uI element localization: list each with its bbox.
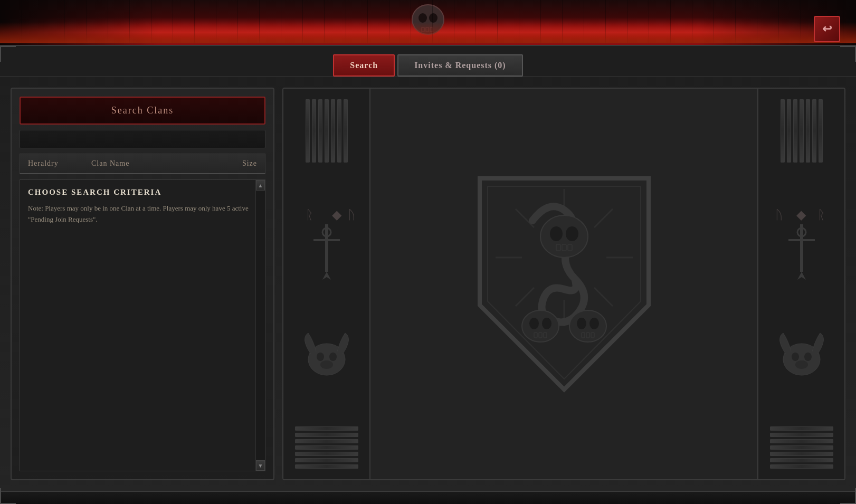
- shield-artwork: [453, 157, 675, 411]
- search-clans-input[interactable]: [20, 97, 265, 125]
- svg-rect-41: [586, 332, 589, 338]
- col-size-header: Size: [225, 159, 257, 168]
- back-button[interactable]: ↩: [814, 16, 840, 42]
- main-content: Search Invites & Requests (0) Heraldry C…: [0, 45, 856, 504]
- svg-point-52: [804, 353, 812, 361]
- filter-bar: [20, 130, 265, 148]
- svg-rect-42: [591, 332, 594, 338]
- top-deco-left: [0, 0, 158, 45]
- svg-point-53: [795, 360, 808, 369]
- svg-rect-28: [556, 244, 560, 251]
- right-panel: ᚱ ◆ ᚢ: [282, 88, 845, 480]
- back-arrow-icon: ↩: [822, 22, 832, 36]
- svg-text:◆: ◆: [332, 208, 342, 222]
- center-artwork: [370, 89, 757, 479]
- table-header: Heraldry Clan Name Size: [20, 154, 265, 174]
- svg-rect-3: [422, 27, 424, 32]
- svg-marker-48: [797, 272, 806, 280]
- svg-point-27: [566, 226, 578, 241]
- top-bar: [0, 0, 856, 45]
- artwork-container: ᚱ ◆ ᚢ: [283, 89, 844, 479]
- scrollbar: ▲ ▼: [255, 180, 265, 471]
- svg-rect-35: [539, 332, 542, 338]
- deco-runes-right: ᚢ ◆ ᚱ: [770, 203, 833, 282]
- svg-rect-5: [430, 27, 433, 32]
- scroll-down-arrow[interactable]: ▼: [256, 460, 265, 471]
- svg-rect-40: [582, 332, 585, 338]
- bottom-bar: [0, 491, 856, 504]
- svg-text:◆: ◆: [796, 208, 806, 222]
- svg-text:ᚱ: ᚱ: [817, 208, 825, 222]
- tab-bar: Search Invites & Requests (0): [0, 45, 856, 77]
- deco-goat-left: [295, 322, 358, 386]
- svg-point-33: [542, 318, 551, 329]
- svg-point-51: [792, 353, 799, 361]
- svg-text:ᚢ: ᚢ: [348, 208, 355, 222]
- results-inner[interactable]: CHOOSE SEARCH CRITERIA Note: Players may…: [20, 180, 265, 471]
- col-heraldry-header: Heraldry: [28, 159, 81, 168]
- deco-hlines-bottom-left: [295, 426, 358, 469]
- scroll-up-arrow[interactable]: ▲: [256, 180, 265, 191]
- svg-text:ᚱ: ᚱ: [306, 208, 313, 222]
- svg-text:ᚢ: ᚢ: [775, 208, 783, 222]
- deco-right-column: ᚢ ◆ ᚱ: [757, 89, 844, 479]
- svg-rect-29: [562, 244, 566, 251]
- deco-runes-left: ᚱ ◆ ᚢ: [295, 203, 358, 282]
- svg-point-2: [429, 13, 437, 23]
- col-clan-name-header: Clan Name: [91, 159, 215, 168]
- tab-search[interactable]: Search: [333, 54, 395, 77]
- svg-rect-4: [426, 27, 429, 32]
- search-input-container: [20, 97, 265, 125]
- svg-point-16: [320, 360, 333, 369]
- scroll-track: [256, 191, 265, 460]
- game-window: ↩ Search Invites & Requests (0) Heraldry: [0, 0, 856, 504]
- svg-rect-34: [534, 332, 537, 338]
- svg-rect-30: [568, 244, 572, 251]
- tab-invites[interactable]: Invites & Requests (0): [397, 54, 523, 77]
- criteria-note: Note: Players may only be in one Clan at…: [28, 203, 257, 225]
- svg-point-32: [529, 318, 539, 329]
- deco-goat-right: [770, 322, 833, 386]
- deco-hlines-bottom-right: [770, 426, 833, 469]
- skull-decoration: [396, 1, 460, 43]
- deco-vlines-top-left: [306, 99, 348, 163]
- left-panel: Heraldry Clan Name Size CHOOSE SEARCH CR…: [11, 88, 274, 480]
- svg-rect-36: [544, 332, 547, 338]
- svg-marker-11: [322, 272, 331, 280]
- choose-criteria-heading: CHOOSE SEARCH CRITERIA: [28, 188, 257, 197]
- svg-point-15: [329, 353, 337, 361]
- content-area: Heraldry Clan Name Size CHOOSE SEARCH CR…: [0, 77, 856, 491]
- svg-point-39: [589, 318, 599, 329]
- deco-vlines-top-right: [781, 99, 823, 163]
- deco-left-column: ᚱ ◆ ᚢ: [283, 89, 370, 479]
- svg-point-14: [317, 353, 324, 361]
- results-container: CHOOSE SEARCH CRITERIA Note: Players may…: [20, 179, 265, 471]
- svg-point-26: [550, 226, 563, 241]
- svg-point-1: [419, 13, 427, 23]
- svg-point-25: [540, 215, 588, 258]
- svg-point-38: [577, 318, 586, 329]
